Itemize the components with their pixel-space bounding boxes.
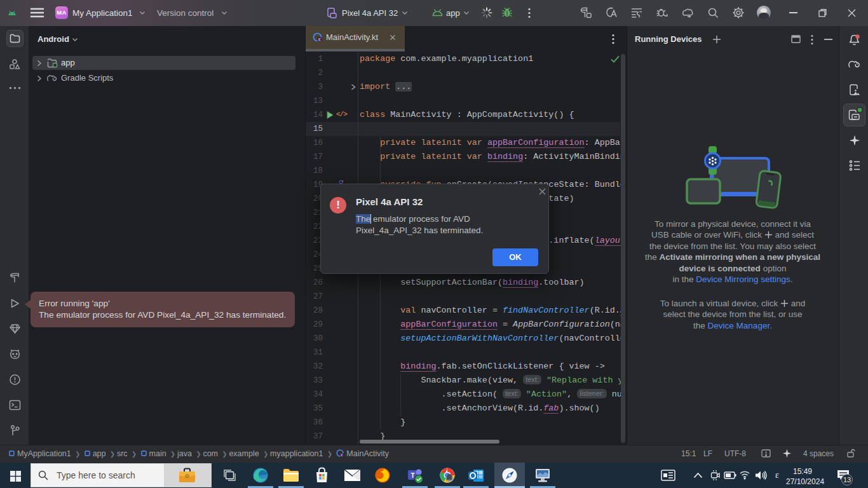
svg-text:T: T [410, 472, 414, 479]
